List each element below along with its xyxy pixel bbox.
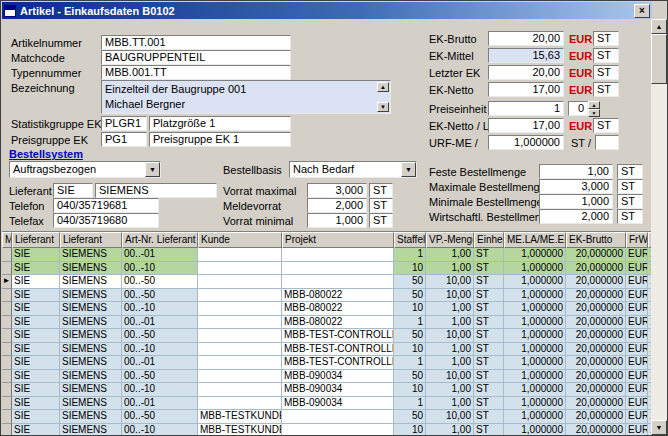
table-cell[interactable]: 00..-01 (122, 356, 198, 370)
table-cell[interactable]: EUR (626, 356, 648, 370)
table-cell[interactable]: MBB-080022 (282, 302, 394, 316)
table-cell[interactable]: SIEMENS (60, 275, 122, 289)
table-cell[interactable]: ST (474, 262, 504, 276)
table-cell[interactable]: SIEMENS (60, 262, 122, 276)
maximale-bestellmenge-field[interactable]: 3,000 (539, 179, 613, 194)
table-cell[interactable] (198, 275, 282, 289)
artikelnummer-field[interactable]: MBB.TT.001 (101, 35, 291, 50)
table-cell[interactable]: 20,000000 (566, 370, 626, 384)
table-cell[interactable]: 1,00 (426, 383, 474, 397)
table-cell[interactable] (282, 248, 394, 262)
table-cell[interactable]: SIEMENS (60, 383, 122, 397)
table-cell[interactable]: 10 (394, 302, 426, 316)
table-row[interactable]: SIESIEMENS00..-10MBB-090034101,00ST1,000… (2, 383, 653, 397)
table-cell[interactable]: ST (474, 370, 504, 384)
table-cell[interactable]: 00..-10 (122, 383, 198, 397)
row-marker-cell[interactable] (2, 397, 12, 411)
row-marker-cell[interactable] (2, 410, 12, 424)
table-cell[interactable]: 50 (394, 370, 426, 384)
table-cell[interactable]: SIEMENS (60, 248, 122, 262)
table-cell[interactable]: SIE (12, 289, 60, 303)
table-cell[interactable]: SIEMENS (60, 410, 122, 424)
table-cell[interactable]: 20,000000 (566, 424, 626, 436)
table-cell[interactable]: 20,000000 (566, 289, 626, 303)
table-cell[interactable]: 1,000000 (504, 289, 566, 303)
table-cell[interactable]: 00..-50 (122, 410, 198, 424)
table-cell[interactable]: 00..-10 (122, 343, 198, 357)
table-cell[interactable]: SIEMENS (60, 397, 122, 411)
table-cell[interactable]: 00..-50 (122, 370, 198, 384)
table-cell[interactable]: 1,00 (426, 356, 474, 370)
table-cell[interactable]: SIEMENS (60, 356, 122, 370)
table-cell[interactable]: EUR (626, 262, 648, 276)
preiseinheit-spinner-field[interactable]: 0 (568, 101, 588, 116)
table-cell[interactable] (282, 262, 394, 276)
table-cell[interactable]: 50 (394, 410, 426, 424)
preiseinheit-field[interactable]: 1 (488, 101, 564, 116)
scrollbar-thumb[interactable] (651, 34, 667, 84)
lieferant-name-field[interactable]: SIEMENS (95, 183, 217, 198)
table-cell[interactable]: 20,000000 (566, 275, 626, 289)
table-cell[interactable]: ST (474, 316, 504, 330)
table-cell[interactable]: 1,000000 (504, 410, 566, 424)
table-cell[interactable]: 20,000000 (566, 383, 626, 397)
table-cell[interactable]: MBB-080022 (282, 316, 394, 330)
bezeichnung-scroll-up-icon[interactable]: ▲ (377, 82, 389, 92)
preiseinheit-spin-down-icon[interactable]: ▼ (588, 109, 600, 117)
table-cell[interactable]: 1,000000 (504, 275, 566, 289)
table-cell[interactable]: SIE (12, 302, 60, 316)
table-cell[interactable]: SIE (12, 410, 60, 424)
table-cell[interactable]: EUR (626, 248, 648, 262)
table-cell[interactable] (198, 248, 282, 262)
table-cell[interactable]: 10 (394, 262, 426, 276)
table-cell[interactable]: SIEMENS (60, 424, 122, 436)
column-header[interactable]: FrW (626, 232, 648, 248)
table-cell[interactable]: SIE (12, 262, 60, 276)
urf-me-field[interactable]: 1,000000 (488, 135, 564, 150)
table-cell[interactable]: ST (474, 289, 504, 303)
table-cell[interactable]: 10,00 (426, 410, 474, 424)
table-cell[interactable]: 1,00 (426, 343, 474, 357)
row-marker-cell[interactable] (2, 302, 12, 316)
table-cell[interactable]: 10,00 (426, 370, 474, 384)
table-cell[interactable]: 1,000000 (504, 356, 566, 370)
table-row[interactable]: ►SIESIEMENS00..-505010,00ST1,00000020,00… (2, 275, 653, 289)
table-row[interactable]: SIESIEMENS00..-01MBB-TEST-CONTROLLING11,… (2, 356, 653, 370)
table-cell[interactable]: EUR (626, 275, 648, 289)
table-cell[interactable]: ST (474, 397, 504, 411)
table-cell[interactable]: MBB-TESTKUNDE (198, 410, 282, 424)
telefon-field[interactable]: 040/35719681 (53, 198, 159, 213)
table-cell[interactable]: SIEMENS (60, 343, 122, 357)
table-cell[interactable]: SIEMENS (60, 316, 122, 330)
table-cell[interactable]: 1,000000 (504, 316, 566, 330)
table-cell[interactable]: 1,000000 (504, 248, 566, 262)
table-cell[interactable]: SIE (12, 356, 60, 370)
table-cell[interactable]: 50 (394, 275, 426, 289)
column-header[interactable]: Staffel (394, 232, 426, 248)
row-marker-cell[interactable] (2, 262, 12, 276)
table-cell[interactable] (198, 356, 282, 370)
table-cell[interactable]: 20,000000 (566, 262, 626, 276)
table-cell[interactable]: ST (474, 343, 504, 357)
table-cell[interactable]: ST (474, 410, 504, 424)
table-cell[interactable]: 20,000000 (566, 248, 626, 262)
table-cell[interactable]: ST (474, 329, 504, 343)
row-marker-cell[interactable]: ► (2, 275, 12, 289)
table-cell[interactable] (198, 397, 282, 411)
table-cell[interactable]: SIE (12, 275, 60, 289)
table-cell[interactable] (198, 262, 282, 276)
bestellsystem-mode-combo-arrow-icon[interactable]: ▼ (145, 162, 160, 177)
table-cell[interactable]: MBB-TESTKUNDE (198, 424, 282, 436)
app-icon[interactable] (4, 5, 16, 17)
table-row[interactable]: SIESIEMENS00..-50MBB-TESTKUNDE5010,00ST1… (2, 410, 653, 424)
table-cell[interactable]: 1,000000 (504, 302, 566, 316)
row-marker-cell[interactable] (2, 248, 12, 262)
table-cell[interactable] (282, 424, 394, 436)
table-cell[interactable]: MBB-090034 (282, 370, 394, 384)
ek-netto-field[interactable]: 17,00 (488, 82, 564, 97)
table-cell[interactable]: 50 (394, 329, 426, 343)
table-cell[interactable]: 1 (394, 248, 426, 262)
table-cell[interactable]: 1,00 (426, 262, 474, 276)
table-row[interactable]: SIESIEMENS00..-0111,00ST1,00000020,00000… (2, 248, 653, 262)
table-cell[interactable]: 10,00 (426, 329, 474, 343)
